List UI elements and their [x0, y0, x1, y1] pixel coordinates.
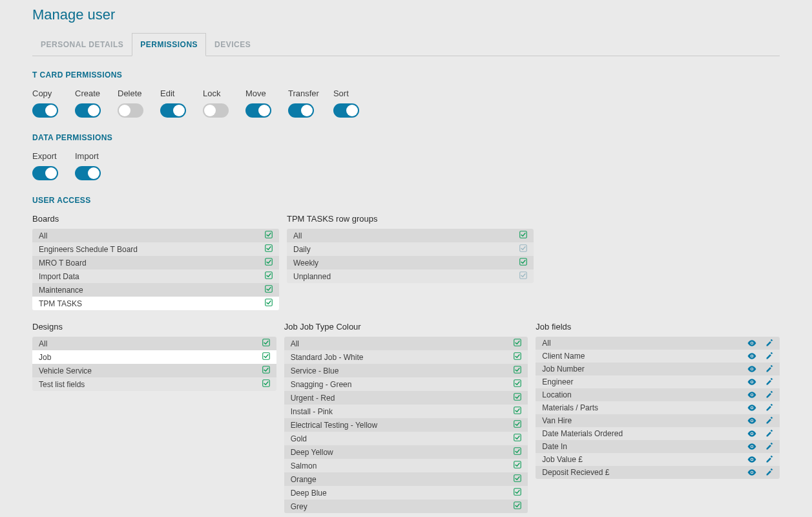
- checkbox-icon[interactable]: [514, 352, 521, 362]
- eye-icon[interactable]: [747, 456, 756, 463]
- checkbox-icon[interactable]: [265, 231, 273, 240]
- list-item[interactable]: Orange: [284, 472, 528, 486]
- toggle-move[interactable]: [245, 103, 271, 118]
- checkbox-icon[interactable]: [519, 258, 527, 268]
- list-item[interactable]: Weekly: [287, 256, 534, 269]
- list-item[interactable]: Standard Job - White: [284, 350, 528, 364]
- list-item[interactable]: Import Data: [32, 269, 279, 283]
- tab-permissions[interactable]: PERMISSIONS: [132, 33, 206, 56]
- pencil-icon[interactable]: [765, 352, 773, 360]
- list-item[interactable]: Deep Yellow: [284, 445, 528, 459]
- list-item[interactable]: Vehicle Service: [32, 364, 276, 377]
- list-item[interactable]: Daily: [287, 242, 534, 256]
- toggle-create[interactable]: [75, 103, 101, 118]
- checkbox-icon[interactable]: [514, 420, 521, 430]
- pencil-icon[interactable]: [765, 339, 773, 347]
- eye-icon[interactable]: [747, 417, 756, 425]
- checkbox-icon[interactable]: [514, 434, 521, 443]
- checkbox-icon[interactable]: [514, 488, 521, 498]
- checkbox-icon[interactable]: [265, 285, 273, 295]
- checkbox-icon[interactable]: [514, 366, 521, 375]
- list-item[interactable]: Deposit Recieved £: [536, 466, 780, 479]
- pencil-icon[interactable]: [765, 469, 773, 476]
- checkbox-icon[interactable]: [265, 271, 273, 281]
- checkbox-icon[interactable]: [262, 366, 270, 375]
- list-item[interactable]: Service - Blue: [284, 364, 528, 377]
- eye-icon[interactable]: [747, 339, 756, 347]
- list-item[interactable]: Electrical Testing - Yellow: [284, 418, 528, 432]
- checkbox-icon[interactable]: [262, 379, 270, 389]
- list-item[interactable]: All: [536, 337, 780, 350]
- toggle-delete[interactable]: [118, 103, 143, 118]
- checkbox-icon[interactable]: [265, 244, 273, 254]
- pencil-icon[interactable]: [765, 443, 773, 450]
- checkbox-icon[interactable]: [265, 258, 273, 268]
- list-item[interactable]: Job Value £: [536, 453, 780, 466]
- checkbox-icon[interactable]: [514, 447, 521, 457]
- checkbox-icon[interactable]: [519, 244, 527, 254]
- toggle-transfer[interactable]: [288, 103, 314, 118]
- toggle-copy[interactable]: [32, 103, 58, 118]
- pencil-icon[interactable]: [765, 456, 773, 463]
- eye-icon[interactable]: [747, 469, 756, 476]
- list-item[interactable]: Install - Pink: [284, 405, 528, 418]
- list-item[interactable]: Gold: [284, 432, 528, 445]
- toggle-edit[interactable]: [160, 103, 186, 118]
- list-item[interactable]: Maintenance: [32, 283, 279, 297]
- list-item[interactable]: Date In: [536, 440, 780, 453]
- checkbox-icon[interactable]: [514, 501, 521, 511]
- tab-devices[interactable]: DEVICES: [206, 33, 259, 56]
- list-item[interactable]: Grey: [284, 500, 528, 513]
- list-item[interactable]: Test list fields: [32, 377, 276, 391]
- list-item[interactable]: Snagging - Green: [284, 377, 528, 391]
- list-item[interactable]: All: [284, 337, 528, 350]
- list-item[interactable]: All: [32, 229, 279, 242]
- list-item[interactable]: Engineers Schedule T Board: [32, 242, 279, 256]
- eye-icon[interactable]: [747, 365, 756, 373]
- pencil-icon[interactable]: [765, 391, 773, 399]
- checkbox-icon[interactable]: [514, 406, 521, 416]
- checkbox-icon[interactable]: [262, 339, 270, 348]
- list-item[interactable]: Job Number: [536, 363, 780, 375]
- checkbox-icon[interactable]: [514, 393, 521, 403]
- list-item[interactable]: Deep Blue: [284, 486, 528, 500]
- pencil-icon[interactable]: [765, 404, 773, 412]
- list-item[interactable]: All: [287, 229, 534, 242]
- list-item[interactable]: Engineer: [536, 375, 780, 388]
- toggle-export[interactable]: [32, 166, 58, 180]
- toggle-lock[interactable]: [203, 103, 229, 118]
- pencil-icon[interactable]: [765, 417, 773, 425]
- list-item[interactable]: Materials / Parts: [536, 401, 780, 414]
- list-item[interactable]: Job: [32, 350, 276, 364]
- list-item[interactable]: Van Hire: [536, 414, 780, 427]
- list-item[interactable]: Salmon: [284, 459, 528, 472]
- toggle-sort[interactable]: [333, 103, 359, 118]
- eye-icon[interactable]: [747, 378, 756, 386]
- list-item[interactable]: MRO T Board: [32, 256, 279, 269]
- toggle-import[interactable]: [75, 166, 101, 180]
- list-item[interactable]: TPM TASKS: [32, 297, 279, 310]
- pencil-icon[interactable]: [765, 378, 773, 386]
- list-item[interactable]: All: [32, 337, 276, 350]
- checkbox-icon[interactable]: [519, 271, 527, 281]
- list-item[interactable]: Urgent - Red: [284, 391, 528, 405]
- list-item[interactable]: Client Name: [536, 350, 780, 363]
- list-item[interactable]: Unplanned: [287, 269, 534, 283]
- checkbox-icon[interactable]: [265, 299, 273, 308]
- checkbox-icon[interactable]: [514, 474, 521, 484]
- eye-icon[interactable]: [747, 391, 756, 399]
- checkbox-icon[interactable]: [519, 231, 527, 240]
- eye-icon[interactable]: [747, 404, 756, 412]
- pencil-icon[interactable]: [765, 365, 773, 373]
- checkbox-icon[interactable]: [514, 379, 521, 389]
- checkbox-icon[interactable]: [262, 352, 270, 362]
- eye-icon[interactable]: [747, 430, 756, 438]
- list-item[interactable]: Location: [536, 388, 780, 401]
- pencil-icon[interactable]: [765, 430, 773, 438]
- tab-personal-details[interactable]: PERSONAL DETAILS: [32, 33, 132, 56]
- list-item[interactable]: Date Materials Ordered: [536, 427, 780, 440]
- checkbox-icon[interactable]: [514, 461, 521, 470]
- eye-icon[interactable]: [747, 352, 756, 360]
- eye-icon[interactable]: [747, 443, 756, 450]
- checkbox-icon[interactable]: [514, 339, 521, 348]
